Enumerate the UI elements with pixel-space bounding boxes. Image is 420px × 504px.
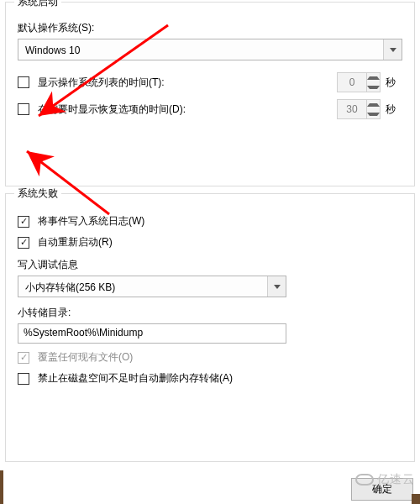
show-recovery-seconds-value: 30	[338, 100, 366, 118]
chevron-down-icon	[267, 276, 286, 297]
system-failure-title: 系统失败	[14, 186, 61, 201]
dump-type-select[interactable]: 小内存转储(256 KB)	[18, 276, 286, 297]
auto-restart-checkbox[interactable]	[18, 237, 29, 249]
chevron-up-icon	[367, 100, 380, 109]
chevron-down-icon	[367, 82, 380, 92]
dump-dir-input[interactable]: %SystemRoot%\Minidump	[18, 323, 286, 344]
no-delete-low-space-checkbox[interactable]	[18, 373, 29, 385]
show-recovery-label: 在需要时显示恢复选项的时间(D):	[38, 102, 332, 117]
window-edge	[412, 494, 420, 504]
system-startup-title: 系统启动	[14, 0, 61, 9]
write-event-label: 将事件写入系统日志(W)	[38, 214, 144, 228]
overwrite-label: 覆盖任何现有文件(O)	[38, 350, 133, 365]
auto-restart-label: 自动重新启动(R)	[38, 235, 113, 249]
show-os-list-seconds-spinner[interactable]: 0	[337, 72, 381, 92]
debug-info-label: 写入调试信息	[18, 258, 402, 272]
overwrite-checkbox	[18, 352, 29, 364]
default-os-select[interactable]: Windows 10	[18, 39, 402, 60]
chevron-down-icon	[367, 109, 380, 118]
write-event-checkbox[interactable]	[18, 216, 29, 228]
chevron-down-icon	[383, 39, 402, 60]
dump-type-value: 小内存转储(256 KB)	[18, 276, 267, 297]
default-os-value: Windows 10	[18, 39, 383, 60]
system-failure-group: 系统失败 将事件写入系统日志(W) 自动重新启动(R) 写入调试信息 小内存转储…	[5, 193, 415, 462]
show-os-list-seconds-value: 0	[338, 73, 366, 92]
default-os-label: 默认操作系统(S):	[18, 21, 402, 35]
seconds-unit: 秒	[386, 76, 402, 90]
seconds-unit: 秒	[386, 102, 402, 117]
show-recovery-checkbox[interactable]	[18, 103, 29, 115]
system-startup-group: 系统启动 默认操作系统(S): Windows 10 显示操作系统列表的时间(T…	[5, 2, 415, 186]
watermark: 亿速云	[355, 472, 415, 487]
watermark-logo-icon	[355, 474, 374, 486]
dump-dir-label: 小转储目录:	[18, 306, 402, 320]
window-edge	[0, 470, 3, 504]
watermark-text: 亿速云	[377, 472, 415, 487]
show-os-list-checkbox[interactable]	[18, 76, 29, 88]
no-delete-low-space-label: 禁止在磁盘空间不足时自动删除内存转储(A)	[38, 371, 233, 386]
chevron-up-icon	[367, 73, 380, 82]
show-recovery-seconds-spinner[interactable]: 30	[337, 99, 381, 119]
show-os-list-label: 显示操作系统列表的时间(T):	[38, 76, 332, 90]
